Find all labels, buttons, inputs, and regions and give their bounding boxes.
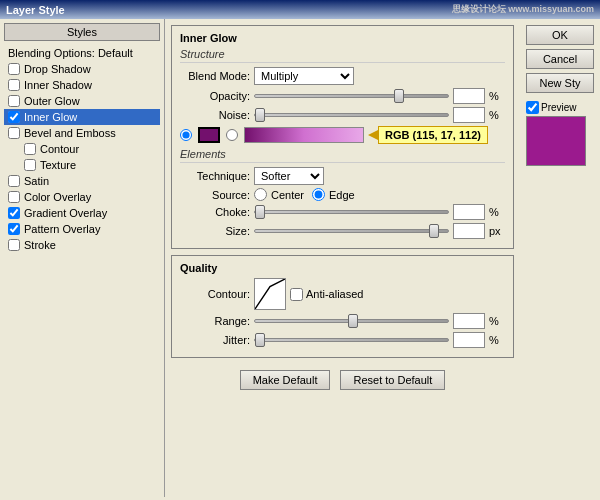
size-unit: px bbox=[489, 225, 505, 237]
checkbox-contour[interactable] bbox=[24, 143, 36, 155]
blend-mode-select[interactable]: Multiply bbox=[254, 67, 354, 85]
reset-to-default-button[interactable]: Reset to Default bbox=[340, 370, 445, 390]
source-label: Source: bbox=[180, 189, 250, 201]
color-row: RGB (115, 17, 112) bbox=[180, 126, 505, 144]
anti-aliased-label: Anti-aliased bbox=[306, 288, 363, 300]
center-radio[interactable] bbox=[254, 188, 267, 201]
noise-slider[interactable] bbox=[254, 113, 449, 117]
checkbox-outer-glow[interactable] bbox=[8, 95, 20, 107]
sidebar-item-contour[interactable]: Contour bbox=[4, 141, 160, 157]
center-option: Center bbox=[254, 188, 304, 201]
sidebar-item-inner-glow[interactable]: Inner Glow bbox=[4, 109, 160, 125]
opacity-row: Opacity: 76 % bbox=[180, 88, 505, 104]
label-inner-shadow: Inner Shadow bbox=[24, 79, 92, 91]
title-bar: Layer Style 思缘设计论坛 www.missyuan.com bbox=[0, 0, 600, 19]
label-blending: Blending Options: Default bbox=[8, 47, 133, 59]
sidebar-item-satin[interactable]: Satin bbox=[4, 173, 160, 189]
choke-unit: % bbox=[489, 206, 505, 218]
noise-unit: % bbox=[489, 109, 505, 121]
range-input[interactable]: 50 bbox=[453, 313, 485, 329]
jitter-slider[interactable] bbox=[254, 338, 449, 342]
structure-subtitle: Structure bbox=[180, 48, 505, 63]
sidebar-item-bevel-emboss[interactable]: Bevel and Emboss bbox=[4, 125, 160, 141]
sidebar-item-gradient-overlay[interactable]: Gradient Overlay bbox=[4, 205, 160, 221]
choke-slider[interactable] bbox=[254, 210, 449, 214]
center-panel: Inner Glow Structure Blend Mode: Multipl… bbox=[165, 19, 520, 497]
gradient-radio[interactable] bbox=[226, 129, 238, 141]
inner-glow-section: Inner Glow Structure Blend Mode: Multipl… bbox=[171, 25, 514, 249]
blend-mode-row: Blend Mode: Multiply bbox=[180, 67, 505, 85]
label-inner-glow: Inner Glow bbox=[24, 111, 77, 123]
size-label: Size: bbox=[180, 225, 250, 237]
sidebar-item-texture[interactable]: Texture bbox=[4, 157, 160, 173]
label-outer-glow: Outer Glow bbox=[24, 95, 80, 107]
edge-label: Edge bbox=[329, 189, 355, 201]
anti-aliased-option: Anti-aliased bbox=[290, 288, 363, 301]
choke-row: Choke: 0 % bbox=[180, 204, 505, 220]
checkbox-bevel-emboss[interactable] bbox=[8, 127, 20, 139]
noise-input[interactable]: 0 bbox=[453, 107, 485, 123]
label-stroke: Stroke bbox=[24, 239, 56, 251]
checkbox-inner-shadow[interactable] bbox=[8, 79, 20, 91]
checkbox-gradient-overlay[interactable] bbox=[8, 207, 20, 219]
sidebar-item-color-overlay[interactable]: Color Overlay bbox=[4, 189, 160, 205]
sidebar-item-blending[interactable]: Blending Options: Default bbox=[4, 45, 160, 61]
opacity-unit: % bbox=[489, 90, 505, 102]
new-style-button[interactable]: New Sty bbox=[526, 73, 594, 93]
left-panel: Styles Blending Options: DefaultDrop Sha… bbox=[0, 19, 165, 497]
sidebar-item-stroke[interactable]: Stroke bbox=[4, 237, 160, 253]
make-default-button[interactable]: Make Default bbox=[240, 370, 331, 390]
technique-row: Technique: Softer bbox=[180, 167, 505, 185]
preview-label-text: Preview bbox=[541, 102, 577, 113]
preview-checkbox[interactable] bbox=[526, 101, 539, 114]
checkbox-drop-shadow[interactable] bbox=[8, 63, 20, 75]
opacity-slider[interactable] bbox=[254, 94, 449, 98]
window-title: Layer Style bbox=[6, 4, 65, 16]
color-radio[interactable] bbox=[180, 129, 192, 141]
right-buttons-panel: OK Cancel New Sty Preview bbox=[520, 19, 600, 497]
blend-mode-label: Blend Mode: bbox=[180, 70, 250, 82]
size-input[interactable]: 199 bbox=[453, 223, 485, 239]
cancel-button[interactable]: Cancel bbox=[526, 49, 594, 69]
sidebar-item-pattern-overlay[interactable]: Pattern Overlay bbox=[4, 221, 160, 237]
technique-select[interactable]: Softer bbox=[254, 167, 324, 185]
styles-header[interactable]: Styles bbox=[4, 23, 160, 41]
choke-input[interactable]: 0 bbox=[453, 204, 485, 220]
edge-radio[interactable] bbox=[312, 188, 325, 201]
contour-row: Contour: Anti-aliased bbox=[180, 278, 505, 310]
gradient-swatch[interactable] bbox=[244, 127, 364, 143]
source-row: Source: Center Edge bbox=[180, 188, 505, 201]
anti-aliased-checkbox[interactable] bbox=[290, 288, 303, 301]
range-slider[interactable] bbox=[254, 319, 449, 323]
size-row: Size: 199 px bbox=[180, 223, 505, 239]
label-texture: Texture bbox=[40, 159, 76, 171]
checkbox-color-overlay[interactable] bbox=[8, 191, 20, 203]
label-pattern-overlay: Pattern Overlay bbox=[24, 223, 100, 235]
sidebar-item-drop-shadow[interactable]: Drop Shadow bbox=[4, 61, 160, 77]
preview-label-row: Preview bbox=[526, 101, 594, 114]
color-swatch[interactable] bbox=[198, 127, 220, 143]
label-satin: Satin bbox=[24, 175, 49, 187]
checkbox-texture[interactable] bbox=[24, 159, 36, 171]
noise-label: Noise: bbox=[180, 109, 250, 121]
elements-subtitle: Elements bbox=[180, 148, 505, 163]
jitter-unit: % bbox=[489, 334, 505, 346]
checkbox-stroke[interactable] bbox=[8, 239, 20, 251]
contour-preview[interactable] bbox=[254, 278, 286, 310]
opacity-input[interactable]: 76 bbox=[453, 88, 485, 104]
range-unit: % bbox=[489, 315, 505, 327]
main-content: Styles Blending Options: DefaultDrop Sha… bbox=[0, 19, 600, 497]
sidebar-item-outer-glow[interactable]: Outer Glow bbox=[4, 93, 160, 109]
center-label: Center bbox=[271, 189, 304, 201]
bottom-buttons: Make Default Reset to Default bbox=[171, 364, 514, 396]
quality-section: Quality Contour: Anti-aliased Range: bbox=[171, 255, 514, 358]
jitter-input[interactable]: 0 bbox=[453, 332, 485, 348]
checkbox-satin[interactable] bbox=[8, 175, 20, 187]
checkbox-pattern-overlay[interactable] bbox=[8, 223, 20, 235]
ok-button[interactable]: OK bbox=[526, 25, 594, 45]
label-drop-shadow: Drop Shadow bbox=[24, 63, 91, 75]
sidebar-item-inner-shadow[interactable]: Inner Shadow bbox=[4, 77, 160, 93]
checkbox-inner-glow[interactable] bbox=[8, 111, 20, 123]
size-slider[interactable] bbox=[254, 229, 449, 233]
label-gradient-overlay: Gradient Overlay bbox=[24, 207, 107, 219]
